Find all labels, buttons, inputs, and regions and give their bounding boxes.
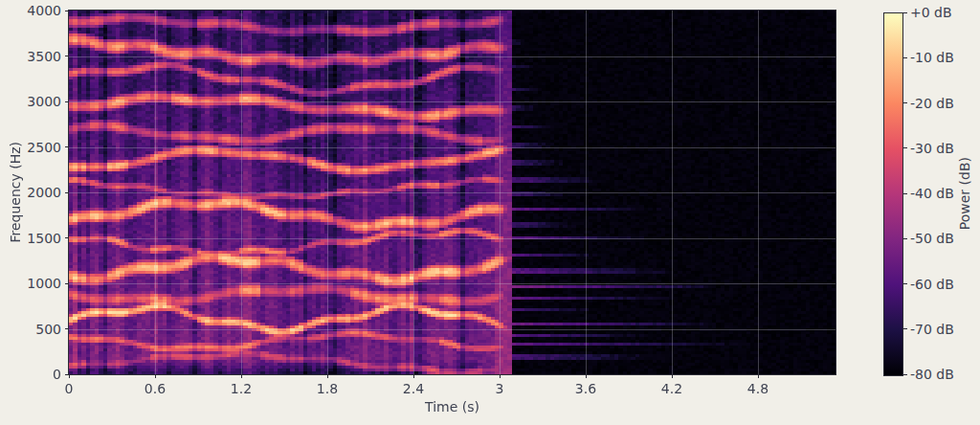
colorbar-tick-label: -10 dB [910, 50, 954, 65]
x-tick-mark [758, 374, 759, 378]
y-axis-label: Frequency (Hz) [8, 142, 23, 243]
x-tick-label: 1.8 [299, 381, 356, 396]
y-tick-mark [65, 374, 69, 375]
colorbar [883, 12, 903, 376]
x-tick-label: 4.2 [643, 381, 701, 396]
colorbar-tick-label: +0 dB [910, 5, 952, 20]
colorbar-label: Power (dB) [957, 157, 972, 230]
colorbar-tick-mark [903, 193, 907, 194]
colorbar-tick-mark [903, 238, 907, 239]
colorbar-tick-mark [903, 328, 907, 329]
colorbar-tick-label: -50 dB [910, 231, 954, 246]
y-tick-mark [65, 101, 69, 102]
y-tick-mark [65, 283, 69, 284]
spectrogram-figure: 00.61.21.82.433.64.24.8 0500100015002000… [0, 0, 980, 425]
y-tick-mark [65, 328, 69, 329]
y-tick-mark [65, 11, 69, 11]
colorbar-tick-mark [903, 374, 907, 375]
colorbar-tick-label: -60 dB [910, 277, 954, 292]
spectrogram-canvas [69, 11, 835, 374]
colorbar-tick-label: -70 dB [910, 322, 954, 337]
colorbar-tick-label: -80 dB [910, 367, 954, 382]
x-tick-mark [155, 374, 156, 378]
x-tick-label: 3.6 [557, 381, 614, 396]
x-tick-label: 0 [40, 381, 98, 396]
colorbar-label-wrap: Power (dB) [957, 12, 972, 374]
y-tick-mark [65, 146, 69, 147]
x-tick-mark [241, 374, 242, 378]
colorbar-tick-mark [903, 57, 907, 58]
x-tick-label: 4.8 [729, 381, 787, 396]
x-tick-mark [672, 374, 673, 378]
x-tick-mark [327, 374, 328, 378]
colorbar-tick-label: -30 dB [910, 141, 954, 156]
colorbar-tick-label: -20 dB [910, 96, 954, 111]
x-tick-label: 3 [471, 381, 528, 396]
colorbar-tick-mark [903, 147, 907, 148]
x-tick-mark [586, 374, 587, 378]
x-tick-mark [413, 374, 414, 378]
plot-area [68, 10, 836, 375]
x-tick-label: 2.4 [385, 381, 442, 396]
colorbar-tick-mark [903, 102, 907, 103]
y-tick-mark [65, 56, 69, 56]
x-axis-label: Time (s) [69, 399, 835, 414]
y-tick-mark [65, 237, 69, 238]
x-tick-mark [500, 374, 501, 378]
y-axis-label-wrap: Frequency (Hz) [8, 11, 23, 374]
colorbar-tick-mark [903, 283, 907, 284]
colorbar-tick-mark [903, 12, 907, 13]
x-tick-label: 0.6 [126, 381, 184, 396]
y-tick-mark [65, 192, 69, 193]
colorbar-tick-label: -40 dB [910, 186, 954, 201]
x-tick-label: 1.2 [212, 381, 270, 396]
x-tick-mark [69, 374, 70, 378]
